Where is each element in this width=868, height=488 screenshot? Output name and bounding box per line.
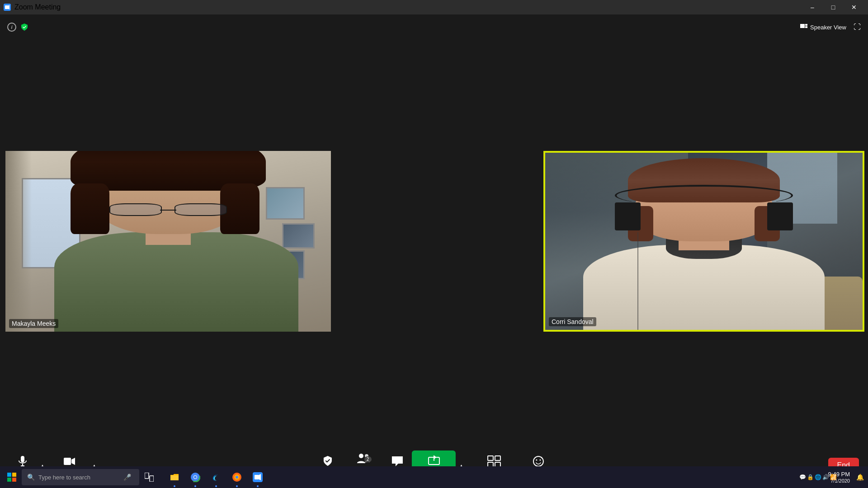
svg-rect-40 xyxy=(255,475,259,479)
tray-icon-2: 🔒 xyxy=(807,474,814,480)
zoom-app-icon xyxy=(4,4,11,11)
participant-name-left: Makayla Meeks xyxy=(9,319,58,328)
svg-rect-9 xyxy=(64,458,71,465)
info-icon[interactable]: i xyxy=(7,23,16,32)
participant-name-right: Corri Sandoval xyxy=(549,317,596,326)
speaker-view-label: Speaker View xyxy=(810,24,846,31)
svg-rect-26 xyxy=(7,478,11,482)
svg-rect-6 xyxy=(21,456,24,462)
title-bar: Zoom Meeting – □ ✕ xyxy=(0,0,868,14)
participant-left: Makayla Meeks xyxy=(5,151,331,332)
search-icon: 🔍 xyxy=(27,474,35,481)
svg-rect-16 xyxy=(488,456,493,460)
task-view-button[interactable] xyxy=(139,466,159,488)
network-tray-icons: 💬 🔒 🌐 🔊 📶 xyxy=(814,466,823,488)
start-button[interactable] xyxy=(2,466,22,488)
svg-rect-29 xyxy=(150,476,154,482)
taskbar-right: 💬 🔒 🌐 🔊 📶 9:49 PM 7/1/2020 🔔 xyxy=(814,466,868,488)
svg-marker-10 xyxy=(71,458,75,465)
svg-rect-28 xyxy=(145,473,149,479)
svg-point-37 xyxy=(236,476,238,479)
minimize-button[interactable]: – xyxy=(802,0,823,14)
svg-point-34 xyxy=(194,476,197,479)
svg-rect-2 xyxy=(5,5,8,9)
svg-rect-5 xyxy=(805,26,807,28)
svg-text:+: + xyxy=(540,456,542,460)
video-area: Makayla Meeks xyxy=(0,40,868,443)
taskbar-center xyxy=(161,466,271,488)
notifications-button[interactable]: 🔔 xyxy=(855,466,864,488)
participants-badge: 2 xyxy=(364,456,372,462)
maximize-button[interactable]: □ xyxy=(823,0,844,14)
file-explorer-app[interactable] xyxy=(165,466,184,488)
taskbar: 🔍 🎤 xyxy=(0,466,868,488)
svg-rect-4 xyxy=(805,24,807,26)
title-bar-controls: – □ ✕ xyxy=(802,0,864,14)
svg-rect-17 xyxy=(495,456,500,460)
speaker-view-button[interactable]: Speaker View xyxy=(797,22,850,33)
shield-icon xyxy=(20,23,29,32)
zoom-taskbar-app[interactable] xyxy=(248,466,268,488)
search-input[interactable] xyxy=(38,474,120,481)
time-display: 9:49 PM xyxy=(828,471,850,478)
svg-rect-3 xyxy=(800,24,805,28)
taskbar-search[interactable]: 🔍 🎤 xyxy=(22,469,139,485)
top-bar: i Speaker View ⛶ xyxy=(0,14,868,40)
top-bar-left: i xyxy=(7,23,29,32)
svg-rect-27 xyxy=(12,478,16,482)
clock: 9:49 PM 7/1/2020 xyxy=(825,471,854,483)
svg-rect-25 xyxy=(12,473,16,477)
svg-rect-30 xyxy=(170,475,179,480)
chrome-app[interactable] xyxy=(185,466,205,488)
title-bar-left: Zoom Meeting xyxy=(4,3,61,11)
tray-icon-1: 💬 xyxy=(799,474,806,480)
close-button[interactable]: ✕ xyxy=(844,0,864,14)
svg-rect-24 xyxy=(7,473,11,477)
edge-app[interactable] xyxy=(206,466,226,488)
date-display: 7/1/2020 xyxy=(830,478,850,483)
fullscreen-button[interactable]: ⛶ xyxy=(854,23,861,31)
tray-icon-3: 🌐 xyxy=(815,474,821,480)
browser-app[interactable] xyxy=(227,466,247,488)
microphone-icon: 🎤 xyxy=(123,474,131,481)
top-bar-right: Speaker View ⛶ xyxy=(797,22,861,33)
title-bar-title: Zoom Meeting xyxy=(14,3,61,11)
svg-point-21 xyxy=(536,460,537,461)
svg-point-11 xyxy=(359,454,363,458)
participant-right: Corri Sandoval xyxy=(543,151,864,332)
taskbar-left: 🔍 🎤 xyxy=(0,466,161,488)
